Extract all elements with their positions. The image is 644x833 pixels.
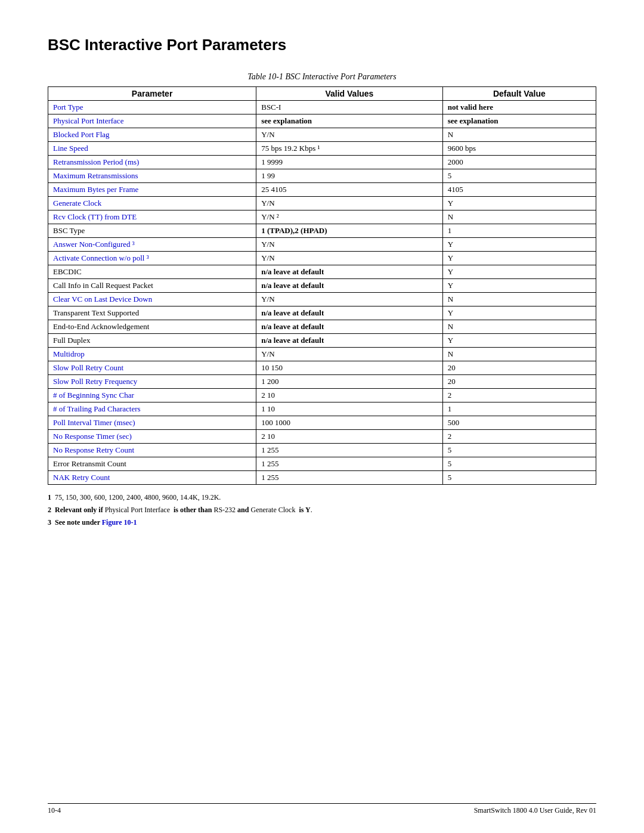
cell-valid: 100 1000 [256, 416, 442, 430]
cell-parameter: NAK Retry Count [48, 471, 256, 485]
table-row: # of Beginning Sync Char2 102 [48, 389, 596, 402]
table-row: No Response Retry Count1 2555 [48, 444, 596, 457]
cell-valid: 1 255 [256, 457, 442, 471]
cell-valid: Y/N [256, 197, 442, 210]
table-row: NAK Retry Count1 2555 [48, 471, 596, 485]
cell-valid: Y/N [256, 252, 442, 265]
cell-parameter: No Response Timer (sec) [48, 430, 256, 444]
cell-parameter: End-to-End Acknowledgement [48, 320, 256, 334]
table-row: Blocked Port FlagY/NN [48, 128, 596, 142]
cell-default: 2 [442, 430, 596, 444]
cell-parameter: Answer Non-Configured ³ [48, 238, 256, 252]
cell-default: N [442, 128, 596, 142]
cell-default: N [442, 293, 596, 306]
cell-default: Y [442, 334, 596, 348]
cell-default: 9600 bps [442, 142, 596, 156]
cell-valid: 1 (TPAD),2 (HPAD) [256, 224, 442, 238]
cell-valid: 1 255 [256, 471, 442, 485]
table-row: Line Speed75 bps 19.2 Kbps ¹9600 bps [48, 142, 596, 156]
cell-parameter: Line Speed [48, 142, 256, 156]
cell-valid: Y/N [256, 128, 442, 142]
cell-default: 5 [442, 444, 596, 457]
cell-valid: 1 200 [256, 375, 442, 389]
cell-default: 5 [442, 457, 596, 471]
cell-valid: n/a leave at default [256, 306, 442, 320]
cell-valid: n/a leave at default [256, 320, 442, 334]
footnotes-section: 1 75, 150, 300, 600, 1200, 2400, 4800, 9… [48, 492, 596, 530]
cell-parameter: Poll Interval Timer (msec) [48, 416, 256, 430]
table-row: Activate Connection w/o poll ³Y/NY [48, 252, 596, 265]
cell-default: 20 [442, 375, 596, 389]
cell-parameter: Port Type [48, 101, 256, 114]
cell-default: 1 [442, 224, 596, 238]
cell-default: see explanation [442, 114, 596, 128]
table-row: Transparent Text Supportedn/a leave at d… [48, 306, 596, 320]
page: BSC Interactive Port Parameters Table 10… [0, 0, 644, 833]
cell-default: Y [442, 306, 596, 320]
cell-default: Y [442, 279, 596, 293]
table-row: Slow Poll Retry Count10 15020 [48, 361, 596, 375]
cell-parameter: Activate Connection w/o poll ³ [48, 252, 256, 265]
cell-default: not valid here [442, 101, 596, 114]
page-footer: 10-4 SmartSwitch 1800 4.0 User Guide, Re… [48, 803, 596, 815]
table-row: Port TypeBSC-Inot valid here [48, 101, 596, 114]
cell-parameter: Maximum Bytes per Frame [48, 183, 256, 197]
table-row: Maximum Retransmissions1 995 [48, 169, 596, 183]
header-parameter: Parameter [48, 87, 256, 101]
cell-default: 2000 [442, 156, 596, 169]
table-row: Physical Port Interfacesee explanationse… [48, 114, 596, 128]
table-row: Clear VC on Last Device DownY/NN [48, 293, 596, 306]
header-default: Default Value [442, 87, 596, 101]
params-table: Parameter Valid Values Default Value Por… [48, 86, 596, 485]
cell-parameter: Call Info in Call Request Packet [48, 279, 256, 293]
cell-valid: see explanation [256, 114, 442, 128]
footnote-1: 1 75, 150, 300, 600, 1200, 2400, 4800, 9… [48, 492, 596, 503]
cell-default: Y [442, 252, 596, 265]
footer-right: SmartSwitch 1800 4.0 User Guide, Rev 01 [474, 806, 596, 815]
cell-default: N [442, 210, 596, 224]
table-row: Answer Non-Configured ³Y/NY [48, 238, 596, 252]
cell-valid: 10 150 [256, 361, 442, 375]
cell-parameter: EBCDIC [48, 265, 256, 279]
footer-left: 10-4 [48, 806, 61, 815]
table-row: End-to-End Acknowledgementn/a leave at d… [48, 320, 596, 334]
cell-default: 2 [442, 389, 596, 402]
cell-parameter: Physical Port Interface [48, 114, 256, 128]
cell-default: Y [442, 197, 596, 210]
cell-parameter: Generate Clock [48, 197, 256, 210]
cell-valid: 2 10 [256, 430, 442, 444]
table-row: Full Duplexn/a leave at defaultY [48, 334, 596, 348]
header-valid: Valid Values [256, 87, 442, 101]
cell-parameter: No Response Retry Count [48, 444, 256, 457]
cell-parameter: Rcv Clock (TT) from DTE [48, 210, 256, 224]
cell-parameter: # of Beginning Sync Char [48, 389, 256, 402]
cell-default: N [442, 348, 596, 361]
table-row: Poll Interval Timer (msec)100 1000500 [48, 416, 596, 430]
table-row: No Response Timer (sec)2 102 [48, 430, 596, 444]
cell-valid: n/a leave at default [256, 334, 442, 348]
cell-parameter: Slow Poll Retry Frequency [48, 375, 256, 389]
table-row: Maximum Bytes per Frame25 41054105 [48, 183, 596, 197]
cell-default: 1 [442, 402, 596, 416]
cell-default: Y [442, 265, 596, 279]
table-row: Slow Poll Retry Frequency1 20020 [48, 375, 596, 389]
table-row: Retransmission Period (ms)1 99992000 [48, 156, 596, 169]
cell-valid: 25 4105 [256, 183, 442, 197]
cell-parameter: Error Retransmit Count [48, 457, 256, 471]
cell-valid: 1 10 [256, 402, 442, 416]
table-row: Call Info in Call Request Packetn/a leav… [48, 279, 596, 293]
cell-valid: Y/N [256, 348, 442, 361]
table-row: EBCDICn/a leave at defaultY [48, 265, 596, 279]
cell-default: 4105 [442, 183, 596, 197]
cell-valid: BSC-I [256, 101, 442, 114]
table-row: MultidropY/NN [48, 348, 596, 361]
cell-parameter: Multidrop [48, 348, 256, 361]
cell-valid: n/a leave at default [256, 265, 442, 279]
cell-valid: 2 10 [256, 389, 442, 402]
cell-parameter: Transparent Text Supported [48, 306, 256, 320]
cell-default: Y [442, 238, 596, 252]
footnote-2: 2 Relevant only if Physical Port Interfa… [48, 504, 596, 516]
table-row: Generate ClockY/NY [48, 197, 596, 210]
cell-default: N [442, 320, 596, 334]
cell-valid: Y/N [256, 293, 442, 306]
